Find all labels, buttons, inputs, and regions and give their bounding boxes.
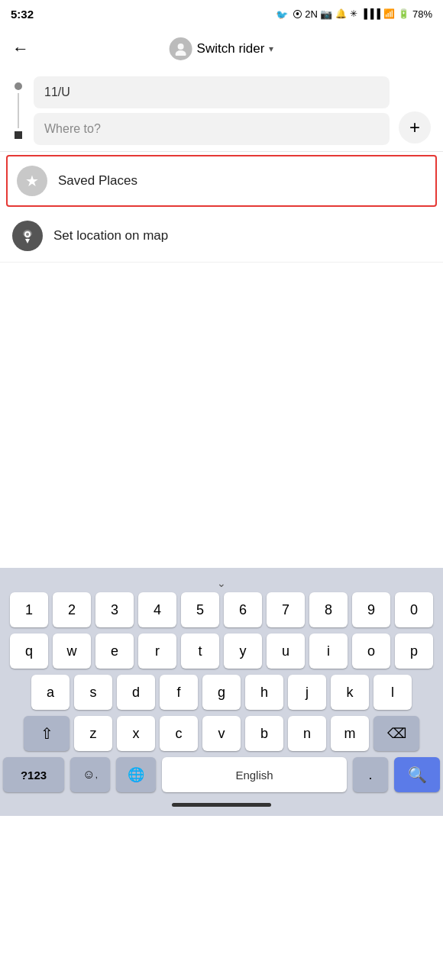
key-3[interactable]: 3	[95, 592, 134, 627]
set-location-icon	[12, 221, 43, 251]
key-k[interactable]: k	[331, 675, 369, 710]
saved-places-label: Saved Places	[58, 173, 137, 189]
signal-icon: ▐▐▐	[361, 8, 380, 19]
chevron-up-icon: ⌄	[217, 577, 226, 589]
key-t[interactable]: t	[181, 633, 219, 669]
add-stop-button[interactable]: +	[399, 111, 431, 143]
status-time: 5:32	[11, 8, 34, 21]
key-s[interactable]: s	[74, 675, 112, 710]
key-f[interactable]: f	[160, 675, 198, 710]
emoji-key[interactable]: ☺,	[70, 757, 110, 792]
saved-places-icon: ★	[17, 166, 47, 196]
from-input[interactable]	[34, 76, 390, 108]
space-key[interactable]: English	[162, 757, 347, 792]
key-0[interactable]: 0	[395, 592, 433, 627]
saved-places-item[interactable]: ★ Saved Places	[6, 155, 437, 207]
svg-point-2	[176, 50, 186, 56]
key-q[interactable]: q	[10, 633, 48, 669]
key-m[interactable]: m	[331, 716, 369, 751]
twitter-icon: 🐦	[276, 8, 289, 19]
status-icon-misc: ⦿ 2N 📷	[293, 8, 333, 20]
key-v[interactable]: v	[202, 716, 241, 751]
key-y[interactable]: y	[224, 633, 262, 669]
key-o[interactable]: o	[352, 633, 390, 669]
wifi-icon: 📶	[383, 8, 395, 19]
keyboard-row-zxcv: ⇧ z x c v b n m ⌫	[3, 716, 440, 751]
key-e[interactable]: e	[95, 633, 134, 669]
shift-key[interactable]: ⇧	[24, 716, 70, 751]
svg-text:🐦: 🐦	[276, 8, 289, 19]
key-9[interactable]: 9	[352, 592, 390, 627]
alarm-icon: 🔔	[335, 8, 347, 19]
key-5[interactable]: 5	[181, 592, 219, 627]
keyboard-row-asdf: a s d f g h j k l	[3, 675, 440, 710]
keyboard-row-qwerty: q w e r t y u i o p	[3, 633, 440, 669]
globe-key[interactable]: 🌐	[116, 757, 156, 792]
switch-rider-label: Switch rider	[197, 41, 265, 56]
home-indicator	[172, 803, 271, 807]
key-i[interactable]: i	[309, 633, 348, 669]
star-icon: ★	[25, 172, 39, 190]
home-indicator-bar	[3, 798, 440, 816]
key-2[interactable]: 2	[53, 592, 91, 627]
chevron-down-icon: ▾	[269, 44, 273, 54]
key-c[interactable]: c	[160, 716, 198, 751]
delete-key[interactable]: ⌫	[373, 716, 419, 751]
empty-space	[0, 263, 443, 568]
key-w[interactable]: w	[53, 633, 91, 669]
origin-dot	[15, 82, 22, 90]
key-g[interactable]: g	[202, 675, 241, 710]
key-8[interactable]: 8	[309, 592, 348, 627]
key-z[interactable]: z	[74, 716, 112, 751]
key-h[interactable]: h	[245, 675, 283, 710]
user-icon	[174, 42, 188, 56]
divider-1	[0, 151, 443, 152]
key-4[interactable]: 4	[138, 592, 176, 627]
destination-dot	[15, 131, 22, 139]
keyboard: ⌄ 1 2 3 4 5 6 7 8 9 0 q w e r t y u i o …	[0, 568, 443, 816]
keyboard-chevron-row: ⌄	[3, 574, 440, 592]
set-location-label: Set location on map	[53, 228, 168, 243]
avatar	[170, 37, 192, 60]
status-bar: 5:32 🐦 ⦿ 2N 📷 🔔 ✳ ▐▐▐ 📶 🔋 78%	[0, 0, 443, 27]
key-x[interactable]: x	[117, 716, 155, 751]
keyboard-row-bottom: ?123 ☺, 🌐 English . 🔍	[3, 757, 440, 792]
search-area: +	[0, 70, 443, 151]
key-u[interactable]: u	[267, 633, 305, 669]
route-line	[18, 93, 19, 128]
back-button[interactable]: ←	[12, 36, 35, 62]
key-a[interactable]: a	[31, 675, 70, 710]
key-7[interactable]: 7	[267, 592, 305, 627]
search-key[interactable]: 🔍	[394, 757, 440, 792]
svg-marker-5	[25, 239, 30, 243]
key-b[interactable]: b	[245, 716, 283, 751]
key-l[interactable]: l	[373, 675, 412, 710]
symbol-key[interactable]: ?123	[3, 757, 64, 792]
pin-icon	[20, 228, 35, 243]
key-1[interactable]: 1	[10, 592, 48, 627]
dot-key[interactable]: .	[353, 757, 388, 792]
key-p[interactable]: p	[395, 633, 433, 669]
key-r[interactable]: r	[138, 633, 176, 669]
to-input[interactable]	[34, 113, 390, 145]
bluetooth-icon: ✳	[350, 8, 357, 19]
search-inputs	[34, 76, 390, 145]
top-nav: ← Switch rider ▾	[0, 27, 443, 70]
battery-icon: 🔋	[398, 8, 409, 19]
key-n[interactable]: n	[288, 716, 326, 751]
key-j[interactable]: j	[288, 675, 326, 710]
battery-percent: 78%	[412, 8, 432, 20]
set-location-item[interactable]: Set location on map	[0, 210, 443, 263]
key-d[interactable]: d	[117, 675, 155, 710]
switch-rider-button[interactable]: Switch rider ▾	[170, 37, 274, 60]
key-6[interactable]: 6	[224, 592, 262, 627]
route-dots	[12, 76, 24, 145]
keyboard-row-numbers: 1 2 3 4 5 6 7 8 9 0	[3, 592, 440, 627]
status-icons: 🐦 ⦿ 2N 📷 🔔 ✳ ▐▐▐ 📶 🔋 78%	[276, 8, 432, 20]
svg-point-1	[178, 44, 184, 50]
